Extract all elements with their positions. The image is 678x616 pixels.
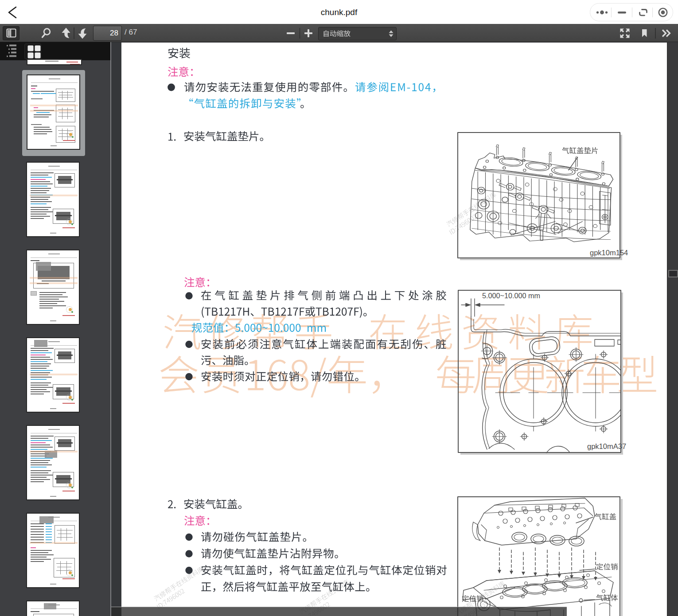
svg-text:5.000~10.000 mm: 5.000~10.000 mm bbox=[482, 292, 540, 300]
svg-text:gpk10mA37: gpk10mA37 bbox=[587, 442, 626, 450]
svg-text:gpk10m154: gpk10m154 bbox=[590, 249, 628, 257]
